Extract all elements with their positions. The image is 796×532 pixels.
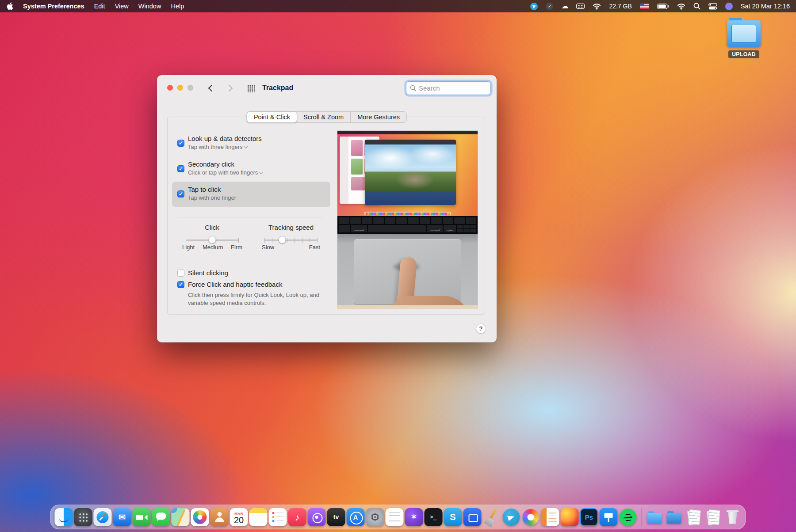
zoom-button[interactable]: [188, 85, 193, 91]
lookup-checkbox[interactable]: ✓: [177, 140, 184, 147]
tab-point-and-click[interactable]: Point & Click: [247, 111, 297, 123]
dock-icon-calendar[interactable]: MAR20: [230, 508, 248, 526]
dock-icon-safari[interactable]: [94, 508, 112, 526]
help-button[interactable]: ?: [476, 323, 486, 334]
upload-folder-label: UPLOAD: [728, 50, 759, 58]
setting-detail: Tap with three fingers: [188, 144, 243, 150]
force-click-checkbox[interactable]: ✓: [177, 281, 184, 288]
tab-bar: Point & Click Scroll & Zoom More Gesture…: [247, 111, 407, 123]
menu-app-name[interactable]: System Preferences: [23, 3, 84, 10]
dock-icon-mail[interactable]: ✉: [113, 508, 131, 526]
setting-label: Tap to click: [188, 186, 328, 193]
show-all-grid-icon[interactable]: [247, 85, 255, 92]
dock-icon-firefox[interactable]: [561, 508, 579, 526]
storage-indicator[interactable]: 22.7 GB: [609, 3, 631, 10]
close-button[interactable]: [167, 85, 173, 91]
dock-icon-telegram[interactable]: [502, 508, 520, 526]
dock-icon-system-preferences[interactable]: ⚙: [366, 508, 384, 526]
tv-glyph: tv: [333, 514, 339, 520]
dock-icon-orange-document-app[interactable]: [541, 508, 559, 526]
keyboard-icon[interactable]: [576, 4, 585, 9]
chevron-down-icon[interactable]: [244, 144, 248, 148]
minimize-button[interactable]: [177, 85, 183, 91]
dock-icon-app-store[interactable]: A: [347, 508, 365, 526]
spotlight-icon[interactable]: [693, 3, 700, 10]
tracking-slider-thumb[interactable]: [279, 236, 286, 243]
dock-icon-colorful-app[interactable]: [522, 508, 540, 526]
wifi-icon-2[interactable]: [677, 3, 685, 10]
setting-detail: Tap with one finger: [188, 194, 236, 201]
trackpad-preview: command command option: [337, 131, 478, 309]
dock-icon-skype[interactable]: S: [444, 508, 462, 526]
dock-icon-finder[interactable]: [55, 508, 73, 526]
dock-icon-tv[interactable]: tv: [327, 508, 345, 526]
upload-folder[interactable]: UPLOAD: [723, 18, 764, 58]
click-slider-thumb[interactable]: [208, 236, 216, 243]
terminal-glyph: >_: [430, 514, 436, 520]
photoshop-glyph: Ps: [585, 514, 593, 521]
dock-icon-maps[interactable]: [172, 508, 190, 526]
back-button[interactable]: [208, 85, 215, 92]
dock-icon-document-stack[interactable]: [685, 508, 703, 526]
menu-edit[interactable]: Edit: [94, 3, 105, 10]
click-label-medium: Medium: [203, 244, 223, 251]
app-store-glyph: A: [353, 514, 358, 521]
menu-view[interactable]: View: [115, 3, 129, 10]
dock-icon-blue-app[interactable]: [463, 508, 482, 526]
dock-icon-documents-folder[interactable]: [665, 508, 683, 526]
forward-button[interactable]: [226, 85, 233, 92]
control-center-icon[interactable]: [708, 3, 717, 10]
tap-to-click-checkbox[interactable]: ✓: [177, 190, 184, 198]
tracking-label-fast: Fast: [309, 244, 320, 251]
silent-clicking-checkbox[interactable]: ✓: [177, 270, 184, 277]
dock-icon-launchpad[interactable]: [74, 508, 92, 526]
user-avatar-icon[interactable]: [725, 3, 733, 10]
dock-icon-textedit[interactable]: [386, 508, 404, 526]
dock-icon-music[interactable]: ♪: [288, 508, 306, 526]
dock-icon-trash[interactable]: [723, 508, 742, 526]
setting-label: Look up & data detectors: [188, 135, 328, 142]
checkmark-status-icon[interactable]: ✓: [546, 3, 553, 10]
secondary-click-checkbox[interactable]: ✓: [177, 165, 184, 172]
dock-icon-reminders[interactable]: [269, 508, 287, 526]
menubar-clock[interactable]: Sat 20 Mar 12:16: [741, 3, 790, 10]
apple-menu-icon[interactable]: [6, 2, 13, 10]
dock-icon-facetime[interactable]: [133, 508, 151, 526]
preview-screen: [337, 131, 478, 216]
telegram-status-icon[interactable]: [530, 3, 538, 10]
battery-icon[interactable]: [657, 4, 669, 9]
window-titlebar[interactable]: Trackpad: [157, 75, 497, 101]
dock-icon-document-stack-2[interactable]: [704, 508, 722, 526]
dock-icon-photos[interactable]: [191, 508, 209, 526]
search-input[interactable]: [419, 84, 487, 92]
menu-window[interactable]: Window: [138, 3, 161, 10]
search-field[interactable]: [406, 81, 491, 95]
dock-icon-photoshop[interactable]: Ps: [580, 508, 598, 526]
tab-more-gestures[interactable]: More Gestures: [351, 112, 406, 122]
dock-icon-cleaner[interactable]: [483, 508, 501, 526]
tab-scroll-and-zoom[interactable]: Scroll & Zoom: [297, 112, 351, 122]
dock-icon-notes[interactable]: [249, 508, 268, 526]
star-glyph: ✶: [411, 513, 417, 521]
dock-icon-keynote[interactable]: [600, 508, 618, 526]
dock-icon-spotify[interactable]: [619, 508, 637, 526]
dock-icon-podcasts[interactable]: [308, 508, 326, 526]
dock-icon-messages[interactable]: [152, 508, 170, 526]
calendar-day: 20: [234, 516, 244, 525]
us-flag-icon[interactable]: [640, 4, 649, 9]
preview-keyboard: command command option: [337, 216, 478, 234]
tracking-speed-slider[interactable]: [264, 236, 317, 244]
dock-icon-downloads-folder[interactable]: [646, 508, 664, 526]
preview-option-key: option: [444, 225, 456, 232]
dock-icon-terminal[interactable]: >_: [425, 508, 443, 526]
menu-help[interactable]: Help: [171, 3, 184, 10]
preview-command-key: command: [351, 225, 367, 232]
chevron-down-icon[interactable]: [259, 170, 263, 174]
click-slider[interactable]: [186, 236, 238, 244]
cloud-icon[interactable]: ☁: [561, 3, 568, 10]
wifi-icon[interactable]: [593, 3, 601, 10]
setting-label: Secondary click: [188, 160, 328, 168]
dock-icon-contacts[interactable]: [210, 508, 229, 526]
dock-icon-purple-app[interactable]: ✶: [405, 508, 423, 526]
force-click-label: Force Click and haptic feedback: [188, 281, 282, 288]
